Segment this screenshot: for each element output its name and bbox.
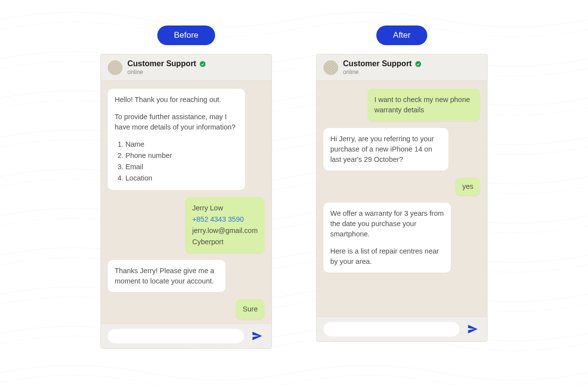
info-list: Name Phone number Email Location [115,139,238,183]
message-text: Cyberport [192,237,258,247]
message-text: Jerry Low [192,203,258,213]
send-icon [466,323,479,335]
list-item: Location [125,173,238,183]
user-message: Jerry Low +852 4343 3590 jerry.low@gmail… [185,197,265,253]
message-text: Hi Jerry, are you referring to your purc… [330,134,441,165]
phone-link[interactable]: +852 4343 3590 [192,214,258,225]
chat-input-bar [101,323,271,348]
send-icon [251,330,264,342]
message-input[interactable] [323,322,460,336]
verified-badge-icon [415,60,422,68]
avatar [108,60,122,75]
before-label: Before [157,26,215,45]
send-button[interactable] [250,329,265,343]
agent-message: Hi Jerry, are you referring to your purc… [323,128,448,171]
chat-body: I want to check my new phone warranty de… [317,81,487,316]
message-text: To provide further assistance, may I hav… [115,112,238,132]
user-message: I want to check my new phone warranty de… [368,89,480,121]
message-text: yes [462,181,473,192]
agent-message: Thanks Jerry! Please give me a moment to… [108,260,225,292]
before-column: Before Customer Support online Hello! Th… [100,26,272,349]
chat-body: Hello! Thank you for reaching out. To pr… [101,81,271,323]
avatar [323,60,338,75]
chat-header: Customer Support online [317,54,487,81]
agent-message: We offer a warranty for 3 years from the… [323,203,451,273]
status-text: online [127,69,206,76]
user-message: yes [455,178,480,196]
user-message: Sure [236,299,265,319]
before-chat-window: Customer Support online Hello! Thank you… [100,54,272,349]
after-column: After Customer Support online I want to … [316,26,488,349]
chat-header: Customer Support online [101,54,271,81]
list-item: Name [125,139,238,150]
verified-badge-icon [199,60,206,68]
send-button[interactable] [466,322,480,336]
chat-title: Customer Support [127,59,196,68]
list-item: Phone number [125,151,238,161]
message-text: Hello! Thank you for reaching out. [115,95,238,105]
message-input[interactable] [108,329,244,343]
message-text: Here is a list of repair centres near by… [330,246,444,267]
chat-title: Customer Support [343,59,412,68]
after-chat-window: Customer Support online I want to check … [316,54,488,342]
chat-input-bar [317,316,487,341]
message-text: We offer a warranty for 3 years from the… [330,208,444,239]
status-text: online [343,69,422,76]
message-text: Sure [243,304,258,314]
comparison-container: Before Customer Support online Hello! Th… [0,0,588,349]
agent-message: Hello! Thank you for reaching out. To pr… [108,89,245,190]
list-item: Email [125,162,238,172]
message-text: Thanks Jerry! Please give me a moment to… [115,266,219,286]
message-text: jerry.low@gmail.com [192,226,258,236]
after-label: After [376,26,427,45]
message-text: I want to check my new phone warranty de… [374,95,473,115]
